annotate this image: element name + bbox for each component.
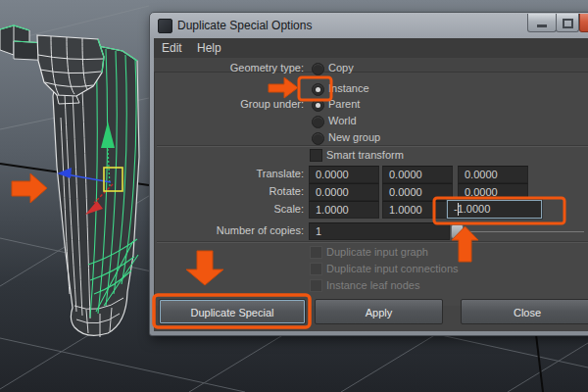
translate-x-field[interactable]: 0.0000	[309, 166, 379, 183]
instance-leaf-nodes-label: Instance leaf nodes	[326, 278, 419, 292]
radio-world-label[interactable]: World	[328, 114, 357, 127]
copies-slider-track[interactable]	[459, 231, 584, 232]
duplicate-input-connections-checkbox[interactable]	[310, 263, 322, 275]
geometry-type-label: Geometry type:	[157, 61, 304, 74]
window-titlebar[interactable]: Duplicate Special Options	[150, 13, 588, 38]
smart-transform-checkbox[interactable]	[310, 149, 322, 162]
radio-instance-label[interactable]: Instance	[328, 81, 369, 95]
translate-y-field[interactable]: 0.0000	[382, 166, 453, 183]
close-action-button[interactable]: Close	[461, 299, 588, 324]
rotate-x-field[interactable]: 0.0000	[309, 183, 379, 201]
apply-button[interactable]: Apply	[315, 299, 443, 324]
scale-label: Scale:	[157, 202, 304, 216]
radio-world[interactable]	[312, 116, 324, 128]
rotate-y-field[interactable]: 0.0000	[382, 183, 453, 201]
rotate-z-field[interactable]: 0.0000	[458, 183, 528, 201]
maya-app-icon	[158, 19, 172, 33]
smart-transform-label[interactable]: Smart transform	[326, 148, 404, 162]
radio-copy[interactable]	[312, 63, 324, 75]
text-caret	[458, 203, 459, 216]
scale-z-field[interactable]: -1.0000	[447, 200, 542, 219]
rotate-label: Rotate:	[157, 184, 304, 198]
group-under-label: Group under:	[157, 97, 304, 111]
separator	[157, 241, 588, 243]
radio-new-group[interactable]	[312, 132, 324, 145]
radio-new-group-label[interactable]: New group	[328, 130, 380, 144]
duplicate-input-graph-checkbox[interactable]	[310, 246, 322, 259]
minimize-icon	[537, 24, 547, 27]
menu-bar: Edit Help	[154, 38, 588, 59]
minimize-button[interactable]	[527, 14, 557, 32]
maximize-button[interactable]	[556, 14, 579, 32]
duplicate-input-connections-label: Duplicate input connections	[326, 262, 459, 275]
radio-instance[interactable]	[312, 83, 324, 96]
radio-copy-label[interactable]: Copy	[328, 61, 354, 74]
menu-edit[interactable]: Edit	[162, 41, 182, 55]
scale-y-field[interactable]: 1.0000	[382, 201, 453, 219]
translate-z-field[interactable]: 0.0000	[458, 166, 528, 183]
maximize-icon	[563, 19, 573, 28]
translate-label: Translate:	[157, 167, 304, 180]
radio-parent-label[interactable]: Parent	[328, 97, 360, 111]
number-of-copies-field[interactable]: 1	[309, 222, 450, 240]
instance-leaf-nodes-checkbox[interactable]	[310, 279, 322, 292]
menu-help[interactable]: Help	[197, 41, 221, 55]
scale-x-field[interactable]: 1.0000	[309, 201, 379, 219]
duplicate-special-button[interactable]: Duplicate Special	[159, 299, 306, 324]
radio-parent[interactable]	[312, 99, 324, 112]
copies-slider-handle[interactable]	[451, 224, 464, 239]
close-button[interactable]	[579, 14, 588, 32]
number-of-copies-label: Number of copies:	[157, 223, 304, 237]
scale-z-value: -1.0000	[454, 203, 490, 215]
duplicate-input-graph-label: Duplicate input graph	[326, 245, 428, 259]
window-title: Duplicate Special Options	[177, 19, 312, 32]
screenshot-root: Duplicate Special Options Edit Help Geom…	[0, 0, 588, 392]
separator	[157, 145, 588, 147]
